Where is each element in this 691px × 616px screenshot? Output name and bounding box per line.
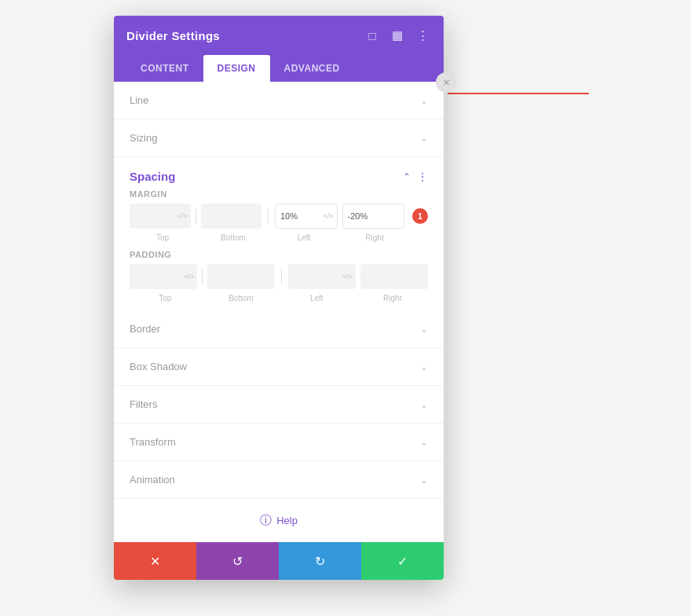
section-animation[interactable]: Animation ⌄ (114, 461, 444, 499)
header-icons: □ ▦ ⋮ (364, 27, 431, 44)
help-label: Help (276, 515, 298, 526)
padding-top-code-icon[interactable]: </> (181, 273, 197, 280)
section-border-label: Border (130, 323, 160, 335)
padding-top-label: Top (130, 294, 201, 302)
margin-left-code-icon[interactable]: </> (320, 212, 336, 220)
divider-settings-modal: Divider Settings □ ▦ ⋮ Content Design Ad… (114, 16, 444, 580)
divider (268, 208, 269, 224)
tab-bar: Content Design Advanced (114, 55, 444, 82)
fullscreen-icon[interactable]: □ (364, 27, 381, 44)
section-transform-label: Transform (130, 436, 176, 448)
cancel-button[interactable]: ✕ (114, 542, 196, 580)
chevron-down-icon: ⌄ (420, 133, 428, 144)
more-icon[interactable]: ⋮ (414, 27, 431, 44)
margin-badge: 1 (412, 208, 428, 224)
section-line[interactable]: Line ⌄ (114, 82, 444, 119)
margin-top-bottom-group: </> </> 1 (114, 204, 444, 229)
margin-left-label: Left (271, 233, 337, 242)
margin-labels-row: Top Bottom Left Right (114, 232, 444, 250)
tab-advanced[interactable]: Advanced (270, 55, 354, 82)
section-sizing-label: Sizing (130, 132, 157, 144)
padding-left-code-icon[interactable]: </> (339, 273, 356, 280)
redo-button[interactable]: ↻ (279, 542, 361, 580)
margin-left-input[interactable] (276, 204, 320, 228)
margin-bottom-label: Bottom (200, 233, 266, 242)
padding-left-label: Left (281, 294, 353, 302)
save-icon: ✓ (397, 554, 408, 569)
modal-body: Line ⌄ Sizing ⌄ Spacing ⌃ ⋮ Margin (114, 82, 444, 542)
chevron-down-icon: ⌄ (420, 361, 428, 372)
save-button[interactable]: ✓ (361, 542, 444, 580)
chevron-down-icon: ⌄ (420, 437, 428, 448)
reset-button[interactable]: ↺ (196, 542, 279, 580)
tab-design[interactable]: Design (203, 55, 270, 82)
padding-bottom-input[interactable] (207, 264, 275, 289)
padding-labels-row: Top Bottom Left Right (114, 292, 444, 310)
padding-right-label: Right (357, 294, 429, 302)
padding-left-input-pair: </> (288, 264, 356, 289)
spacing-section: Spacing ⌃ ⋮ Margin </> (114, 157, 444, 310)
section-animation-label: Animation (130, 474, 175, 486)
redo-icon: ↻ (315, 554, 325, 569)
modal-header: Divider Settings □ ▦ ⋮ (114, 16, 444, 55)
margin-top-code-icon[interactable]: </> (174, 212, 190, 220)
margin-top-input-pair: </> (130, 204, 191, 229)
margin-right-input[interactable] (343, 204, 404, 228)
modal-title: Divider Settings (126, 29, 220, 42)
section-filters[interactable]: Filters ⌄ (114, 386, 444, 424)
help-row[interactable]: ⓘ Help (114, 499, 444, 542)
section-box-shadow-label: Box Shadow (130, 361, 187, 372)
padding-top-input[interactable] (130, 264, 181, 289)
divider (202, 269, 203, 284)
margin-right-label: Right (342, 233, 408, 242)
section-line-label: Line (130, 94, 149, 106)
reset-icon: ↺ (232, 554, 243, 569)
padding-left-input[interactable] (288, 264, 339, 289)
modal-footer: ✕ ↺ ↻ ✓ (114, 542, 444, 580)
padding-label: Padding (114, 250, 444, 259)
section-transform[interactable]: Transform ⌄ (114, 424, 444, 461)
spacing-header: Spacing ⌃ ⋮ (114, 157, 444, 189)
help-icon: ⓘ (260, 513, 272, 528)
chevron-down-icon: ⌄ (420, 95, 428, 106)
margin-top-label: Top (130, 233, 196, 242)
margin-top-input[interactable] (130, 204, 174, 229)
chevron-down-icon: ⌄ (420, 399, 428, 410)
cancel-icon: ✕ (150, 554, 160, 569)
padding-inputs-group: </> </> (114, 264, 444, 289)
spacing-header-icons: ⌃ ⋮ (403, 170, 428, 183)
columns-icon[interactable]: ▦ (389, 27, 406, 44)
margin-bottom-input[interactable] (201, 204, 262, 229)
margin-label: Margin (114, 189, 444, 199)
section-filters-label: Filters (130, 398, 157, 410)
spacing-options-icon[interactable]: ⋮ (417, 170, 428, 183)
close-button[interactable]: ✕ (436, 72, 456, 93)
padding-bottom-input-pair (207, 264, 275, 289)
margin-bottom-input-pair (201, 204, 262, 229)
input-pair-divider (196, 208, 196, 224)
padding-right-input-pair (360, 264, 428, 289)
section-box-shadow[interactable]: Box Shadow ⌄ (114, 348, 444, 386)
margin-left-input-pair: </> (275, 204, 338, 229)
padding-bottom-label: Bottom (206, 294, 277, 302)
chevron-down-icon: ⌄ (420, 324, 428, 335)
section-sizing[interactable]: Sizing ⌄ (114, 119, 444, 157)
padding-right-input[interactable] (360, 264, 428, 289)
chevron-down-icon: ⌄ (420, 475, 428, 486)
section-border[interactable]: Border ⌄ (114, 310, 444, 348)
red-line-decoration (448, 93, 589, 94)
margin-right-input-pair (342, 204, 405, 229)
chevron-up-icon[interactable]: ⌃ (403, 171, 411, 182)
divider (281, 269, 282, 284)
padding-top-input-pair: </> (130, 264, 197, 289)
close-icon: ✕ (443, 78, 450, 88)
spacing-label: Spacing (130, 170, 175, 183)
tab-content[interactable]: Content (126, 55, 203, 82)
